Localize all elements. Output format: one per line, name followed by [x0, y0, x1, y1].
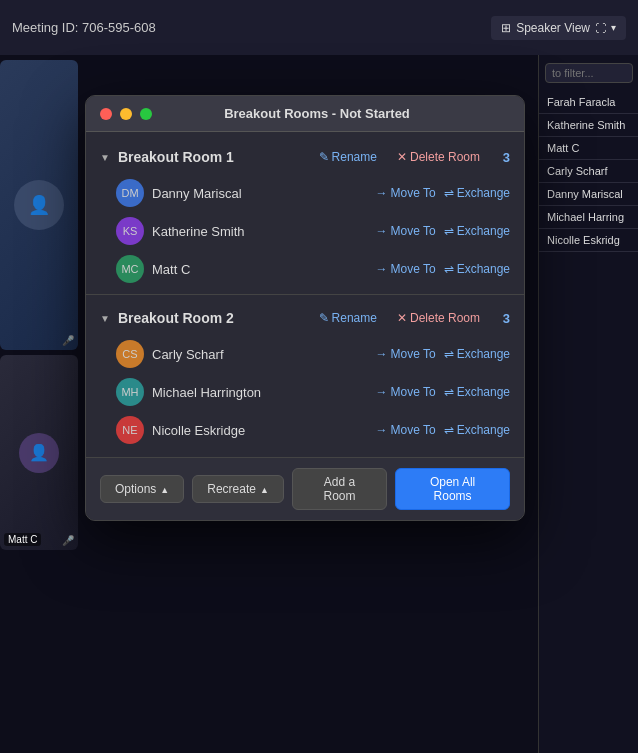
move-icon-4: → — [375, 347, 387, 361]
options-button[interactable]: Options — [100, 475, 184, 503]
speaker-view-button[interactable]: ⊞ Speaker View ⛶ ▾ — [491, 16, 626, 40]
room-1-name: Breakout Room 1 — [118, 149, 305, 165]
recreate-label: Recreate — [207, 482, 256, 496]
participant-row-nicolle: NE Nicolle Eskridge → Move To ⇌ Exchange — [86, 411, 524, 449]
carly-exchange-button[interactable]: ⇌ Exchange — [444, 347, 510, 361]
exchange-icon: ⇌ — [444, 186, 454, 200]
room-2-rename-button[interactable]: ✎ Rename — [313, 309, 383, 327]
participant-name-nicolle: Nicolle Eskridge — [152, 423, 367, 438]
participant-row-carly: CS Carly Scharf → Move To ⇌ Exchange — [86, 335, 524, 373]
participant-farah: Farah Faracla — [539, 91, 638, 114]
avatar-danny: DM — [116, 179, 144, 207]
participant-name-michael: Michael Harrington — [152, 385, 367, 400]
participant-michael: Michael Harring — [539, 206, 638, 229]
exchange-icon-6: ⇌ — [444, 423, 454, 437]
nicolle-exchange-button[interactable]: ⇌ Exchange — [444, 423, 510, 437]
carly-move-to-button[interactable]: → Move To — [375, 347, 435, 361]
move-icon-5: → — [375, 385, 387, 399]
danny-exchange-button[interactable]: ⇌ Exchange — [444, 186, 510, 200]
participant-carly: Carly Scharf — [539, 160, 638, 183]
move-icon-6: → — [375, 423, 387, 437]
room-1-delete-button[interactable]: ✕ Delete Room — [391, 148, 486, 166]
nicolle-move-to-button[interactable]: → Move To — [375, 423, 435, 437]
room-2-count: 3 — [494, 311, 510, 326]
participant-matt: Matt C — [539, 137, 638, 160]
participant-danny: Danny Mariscal — [539, 183, 638, 206]
chevron-down-icon: ▾ — [611, 22, 616, 33]
participant-name-carly: Carly Scharf — [152, 347, 367, 362]
participant-nicolle: Nicolle Eskridg — [539, 229, 638, 252]
expand-icon: ⛶ — [595, 22, 606, 34]
divider-1 — [86, 294, 524, 295]
participant-name-katherine: Katherine Smith — [152, 224, 367, 239]
room-1-count: 3 — [494, 150, 510, 165]
open-all-rooms-button[interactable]: Open All Rooms — [395, 468, 510, 510]
room-2-header: ▼ Breakout Room 2 ✎ Rename ✕ Delete Room… — [86, 301, 524, 335]
avatar-katherine: KS — [116, 217, 144, 245]
pencil-icon-2: ✎ — [319, 311, 329, 325]
participant-row-danny: DM Danny Mariscal → Move To ⇌ Exchange — [86, 174, 524, 212]
move-icon: → — [375, 186, 387, 200]
katherine-move-to-button[interactable]: → Move To — [375, 224, 435, 238]
participant-row-matt: MC Matt C → Move To ⇌ Exchange — [86, 250, 524, 288]
exchange-icon-4: ⇌ — [444, 347, 454, 361]
right-panel: Farah Faracla Katherine Smith Matt C Car… — [538, 55, 638, 753]
dialog-titlebar: Breakout Rooms - Not Started — [86, 96, 524, 132]
top-bar: Meeting ID: 706-595-608 ⊞ Speaker View ⛶… — [0, 0, 638, 55]
avatar-michael: MH — [116, 378, 144, 406]
participant-name-matt: Matt C — [152, 262, 367, 277]
x-icon: ✕ — [397, 150, 407, 164]
dialog-title: Breakout Rooms - Not Started — [124, 106, 510, 121]
breakout-rooms-dialog: Breakout Rooms - Not Started ▼ Breakout … — [85, 95, 525, 521]
michael-move-to-button[interactable]: → Move To — [375, 385, 435, 399]
speaker-view-label: Speaker View — [516, 21, 590, 35]
room-2-name: Breakout Room 2 — [118, 310, 305, 326]
room-2-collapse-icon[interactable]: ▼ — [100, 313, 110, 324]
mic-off-icon-2: 🎤 — [62, 535, 74, 546]
participant-row-michael: MH Michael Harrington → Move To ⇌ Exchan… — [86, 373, 524, 411]
katherine-exchange-button[interactable]: ⇌ Exchange — [444, 224, 510, 238]
room-1-collapse-icon[interactable]: ▼ — [100, 152, 110, 163]
video-tile-2: 👤 Matt C 🎤 — [0, 355, 78, 550]
add-room-label: Add a Room — [307, 475, 372, 503]
pencil-icon: ✎ — [319, 150, 329, 164]
avatar-nicolle: NE — [116, 416, 144, 444]
x-icon-2: ✕ — [397, 311, 407, 325]
exchange-icon-5: ⇌ — [444, 385, 454, 399]
move-icon-2: → — [375, 224, 387, 238]
avatar-matt: MC — [116, 255, 144, 283]
room-1-header: ▼ Breakout Room 1 ✎ Rename ✕ Delete Room… — [86, 140, 524, 174]
video-tile-1: 👤 🎤 — [0, 60, 78, 350]
danny-move-to-button[interactable]: → Move To — [375, 186, 435, 200]
exchange-icon-2: ⇌ — [444, 224, 454, 238]
recreate-arrow-icon — [260, 482, 269, 496]
room-2-delete-button[interactable]: ✕ Delete Room — [391, 309, 486, 327]
michael-exchange-button[interactable]: ⇌ Exchange — [444, 385, 510, 399]
dialog-footer: Options Recreate Add a Room Open All Roo… — [86, 457, 524, 520]
options-arrow-icon — [160, 482, 169, 496]
mic-off-icon-1: 🎤 — [62, 335, 74, 346]
dialog-body: ▼ Breakout Room 1 ✎ Rename ✕ Delete Room… — [86, 132, 524, 457]
move-icon-3: → — [375, 262, 387, 276]
meeting-id: Meeting ID: 706-595-608 — [12, 20, 156, 35]
participant-filter-input[interactable] — [545, 63, 633, 83]
recreate-button[interactable]: Recreate — [192, 475, 284, 503]
exchange-icon-3: ⇌ — [444, 262, 454, 276]
grid-icon: ⊞ — [501, 21, 511, 35]
open-all-label: Open All Rooms — [410, 475, 495, 503]
tile-2-label: Matt C — [4, 533, 41, 546]
matt-exchange-button[interactable]: ⇌ Exchange — [444, 262, 510, 276]
options-label: Options — [115, 482, 156, 496]
participant-name-danny: Danny Mariscal — [152, 186, 367, 201]
close-button[interactable] — [100, 108, 112, 120]
matt-move-to-button[interactable]: → Move To — [375, 262, 435, 276]
avatar-carly: CS — [116, 340, 144, 368]
participant-katherine: Katherine Smith — [539, 114, 638, 137]
room-1-rename-button[interactable]: ✎ Rename — [313, 148, 383, 166]
add-room-button[interactable]: Add a Room — [292, 468, 387, 510]
participant-row-katherine: KS Katherine Smith → Move To ⇌ Exchange — [86, 212, 524, 250]
